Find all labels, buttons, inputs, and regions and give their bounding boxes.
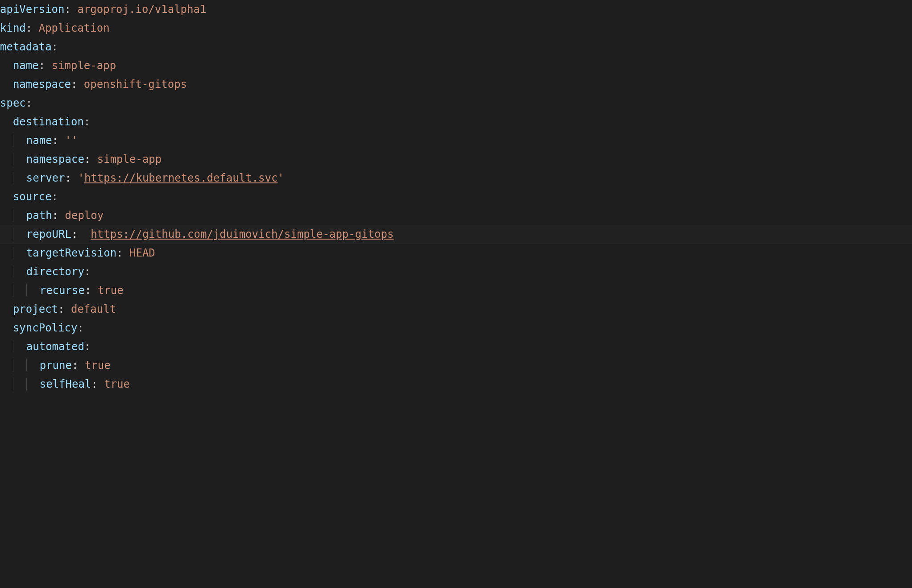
yaml-key: server <box>26 172 65 184</box>
yaml-value: true <box>98 284 124 297</box>
indent-guide <box>13 284 20 297</box>
yaml-key: recurse <box>40 284 85 297</box>
yaml-value: HEAD <box>129 247 155 259</box>
yaml-key: path <box>26 209 52 222</box>
code-line[interactable]: server: 'https://kubernetes.default.svc' <box>0 169 912 187</box>
colon: : <box>71 228 78 240</box>
code-line[interactable]: namespace: openshift-gitops <box>0 75 912 94</box>
code-line[interactable]: recurse: true <box>0 281 912 300</box>
code-line[interactable]: syncPolicy: <box>0 319 912 337</box>
indent-guide <box>13 153 20 166</box>
colon: : <box>72 359 78 372</box>
yaml-key: syncPolicy <box>13 322 78 334</box>
code-line[interactable]: targetRevision: HEAD <box>0 244 912 262</box>
code-line[interactable]: automated: <box>0 337 912 356</box>
colon: : <box>91 378 97 390</box>
colon: : <box>58 303 64 315</box>
yaml-key: kind <box>0 22 26 34</box>
colon: : <box>85 284 91 297</box>
colon: : <box>65 3 71 16</box>
indent-guide <box>13 265 20 278</box>
yaml-key: destination <box>13 116 84 128</box>
code-line[interactable]: selfHeal: true <box>0 375 912 393</box>
yaml-quote: ' <box>71 134 78 147</box>
code-line[interactable]: source: <box>0 187 912 206</box>
colon: : <box>52 190 58 203</box>
colon: : <box>77 322 83 334</box>
yaml-key: source <box>13 190 52 203</box>
yaml-key: name <box>13 59 39 72</box>
yaml-value: true <box>85 359 111 372</box>
indent-guide <box>13 359 20 372</box>
code-line[interactable]: path: deploy <box>0 206 912 225</box>
colon: : <box>71 78 77 91</box>
code-line[interactable]: destination: <box>0 112 912 131</box>
code-line[interactable]: apiVersion: argoproj.io/v1alpha1 <box>0 0 912 19</box>
yaml-value: true <box>104 378 130 390</box>
yaml-key: automated <box>26 340 84 353</box>
yaml-key: targetRevision <box>26 247 116 259</box>
code-line[interactable]: prune: true <box>0 356 912 375</box>
yaml-quote: ' <box>78 172 84 184</box>
yaml-key: directory <box>26 265 84 278</box>
indent-guide <box>13 134 20 147</box>
colon: : <box>52 134 58 147</box>
code-line-current[interactable]: repoURL: https://github.com/jduimovich/s… <box>0 225 912 244</box>
code-line[interactable]: namespace: simple-app <box>0 150 912 169</box>
colon: : <box>84 116 90 128</box>
code-line[interactable]: name: '' <box>0 131 912 150</box>
colon: : <box>52 41 58 53</box>
colon: : <box>39 59 45 72</box>
indent-guide <box>26 284 33 297</box>
indent-guide <box>26 359 33 372</box>
colon: : <box>26 22 32 34</box>
yaml-value: openshift-gitops <box>84 78 187 91</box>
indent-guide <box>13 172 20 184</box>
yaml-quote: ' <box>278 172 284 184</box>
indent-guide <box>13 209 20 222</box>
code-line[interactable]: project: default <box>0 300 912 319</box>
code-editor[interactable]: apiVersion: argoproj.io/v1alpha1 kind: A… <box>0 0 912 393</box>
yaml-key: project <box>13 303 58 315</box>
yaml-key: selfHeal <box>40 378 91 390</box>
code-line[interactable]: name: simple-app <box>0 56 912 75</box>
colon: : <box>65 172 71 184</box>
yaml-key: namespace <box>26 153 84 166</box>
yaml-value: simple-app <box>97 153 162 166</box>
yaml-value: simple-app <box>52 59 116 72</box>
yaml-url[interactable]: https://github.com/jduimovich/simple-app… <box>91 228 394 240</box>
indent-guide <box>13 340 20 353</box>
yaml-key: spec <box>0 97 26 109</box>
code-line[interactable]: directory: <box>0 262 912 281</box>
yaml-key: namespace <box>13 78 71 91</box>
indent-guide <box>13 247 20 259</box>
yaml-key: apiVersion <box>0 3 65 16</box>
yaml-key: prune <box>40 359 72 372</box>
yaml-key: repoURL <box>26 228 71 240</box>
yaml-value: default <box>71 303 116 315</box>
yaml-value: argoproj.io/v1alpha1 <box>77 3 206 16</box>
code-line[interactable]: spec: <box>0 94 912 112</box>
colon: : <box>84 265 91 278</box>
indent-guide <box>26 378 33 390</box>
yaml-value: deploy <box>65 209 104 222</box>
colon: : <box>52 209 58 222</box>
indent-guide <box>13 228 20 240</box>
yaml-quote: ' <box>65 134 71 147</box>
colon: : <box>116 247 123 259</box>
yaml-url[interactable]: https://kubernetes.default.svc <box>84 172 278 184</box>
code-line[interactable]: metadata: <box>0 37 912 56</box>
colon: : <box>84 153 91 166</box>
code-line[interactable]: kind: Application <box>0 19 912 37</box>
yaml-key: name <box>26 134 52 147</box>
indent-guide <box>13 378 20 390</box>
yaml-key: metadata <box>0 41 52 53</box>
colon: : <box>84 340 91 353</box>
colon: : <box>26 97 32 109</box>
yaml-value: Application <box>39 22 110 34</box>
